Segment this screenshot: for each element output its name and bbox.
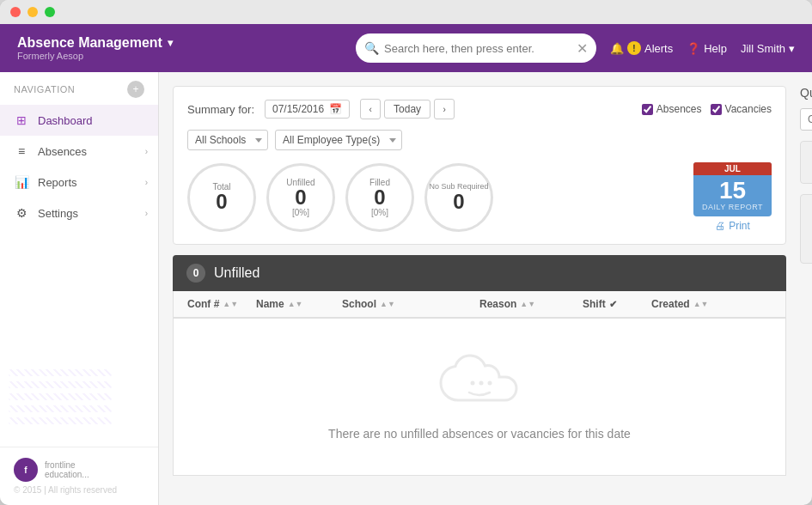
help-button[interactable]: ❓ Help [687,42,727,55]
print-button[interactable]: 🖨 Print [715,220,750,232]
th-shift[interactable]: Shift ✔ [583,298,651,310]
qa-search-row: Search ❓ [800,108,812,131]
absences-checkbox-label[interactable]: Absences [642,103,702,115]
total-value: 0 [216,192,227,212]
summary-top: Summary for: 07/15/2016 📅 ‹ Today › [187,99,772,119]
frontline-logo: f frontline education... [14,458,144,482]
qa-action-row: Approve 11 in the next 45 days Reconcile… [800,194,812,264]
daily-report-day: 15 [702,179,763,203]
settings-icon: ⚙ [14,206,29,220]
alerts-label: Alerts [644,42,673,55]
user-menu-button[interactable]: Jill Smith ▾ [741,42,795,55]
brand-caret[interactable]: ▾ [168,37,173,49]
sidebar-decoration [0,344,158,447]
qa-create-buttons: Create Absence Create Vacancy [800,141,812,184]
app-header: Absence Management ▾ Formerly Aesop 🔍 ✕ … [0,24,812,72]
filter-row: All Schools All Employee Type(s) [187,130,772,150]
unfilled-sub: [0%] [292,208,309,217]
alerts-badge: ! [627,41,641,55]
schools-filter[interactable]: All Schools [187,130,268,150]
no-sub-value: 0 [453,192,464,212]
approve-count: 11 [808,217,812,235]
qa-search-input[interactable] [800,108,812,131]
approve-label: Approve [808,204,812,216]
chevron-right-icon: › [145,147,148,156]
search-input[interactable] [384,42,571,55]
logo-sub: education... [45,470,89,479]
chevron-right-icon-2: › [145,178,148,187]
close-dot[interactable] [10,7,21,17]
unfilled-header: 0 Unfilled [173,255,786,291]
conf-col-label: Conf # [187,298,219,310]
help-icon: ❓ [687,42,700,55]
sidebar-label-dashboard: Dashboard [38,114,93,127]
copyright-text: © 2015 | All rights reserved [14,485,144,495]
approve-action[interactable]: Approve 11 in the next 45 days [800,194,812,264]
date-value: 07/15/2016 [272,103,324,115]
reports-icon: 📊 [14,175,29,189]
prev-date-button[interactable]: ‹ [360,99,381,119]
sidebar-footer: f frontline education... © 2015 | All ri… [0,447,158,505]
th-school[interactable]: School ▲▼ [342,298,479,310]
conf-sort-icon: ▲▼ [223,300,238,308]
today-button[interactable]: Today [384,100,430,119]
daily-report-month: JUL [693,162,772,175]
absences-checkbox[interactable] [642,104,653,115]
search-clear-icon[interactable]: ✕ [577,40,588,57]
brand: Absence Management ▾ Formerly Aesop [17,35,173,61]
date-input[interactable]: 07/15/2016 📅 [265,100,350,119]
shift-col-label: Shift [583,298,606,310]
minimize-dot[interactable] [27,7,38,17]
sidebar-nav: ⊞ Dashboard ≡ Absences › 📊 Reports › ⚙ S… [0,105,158,344]
content-area: Summary for: 07/15/2016 📅 ‹ Today › [159,72,812,505]
summary-label: Summary for: [187,103,254,116]
name-sort-icon: ▲▼ [288,300,303,308]
user-caret-icon: ▾ [789,42,795,55]
sidebar-item-dashboard[interactable]: ⊞ Dashboard [0,105,158,136]
th-created[interactable]: Created ▲▼ [651,298,737,310]
name-col-label: Name [256,298,284,310]
create-absence-button[interactable]: Create Absence [800,141,812,184]
quick-actions-panel: Quick Actions Search ❓ Create Absence Cr… [800,86,812,491]
titlebar [0,0,812,24]
alerts-button[interactable]: 🔔 ! Alerts [610,41,673,55]
shift-check-icon: ✔ [609,299,617,310]
chevron-right-icon-3: › [145,209,148,218]
search-icon: 🔍 [364,41,379,55]
sidebar-add-button[interactable]: + [127,81,144,98]
calendar-icon: 📅 [329,103,342,115]
maximize-dot[interactable] [45,7,55,17]
sidebar-header: Navigation + [0,72,158,105]
svg-point-1 [479,381,484,386]
unfilled-count-badge: 0 [186,264,205,283]
vacancies-checkbox-label[interactable]: Vacancies [711,103,772,115]
global-search-bar: 🔍 ✕ [356,33,596,63]
logo-text: frontline [45,460,89,470]
filled-sub: [0%] [371,208,388,217]
unfilled-table: Conf # ▲▼ Name ▲▼ School ▲▼ [173,291,786,476]
sidebar-item-settings[interactable]: ⚙ Settings › [0,198,158,228]
table-header-row: Conf # ▲▼ Name ▲▼ School ▲▼ [174,291,785,319]
reason-col-label: Reason [479,298,516,310]
th-conf[interactable]: Conf # ▲▼ [187,298,256,310]
th-reason[interactable]: Reason ▲▼ [479,298,583,310]
absences-checkbox-text: Absences [656,103,702,115]
print-icon: 🖨 [715,220,725,232]
sidebar-item-absences[interactable]: ≡ Absences › [0,136,158,167]
th-name[interactable]: Name ▲▼ [256,298,342,310]
sidebar: Navigation + ⊞ Dashboard ≡ Absences › 📊 … [0,72,159,505]
stat-unfilled: Unfilled 0 [0%] [266,163,335,232]
main-layout: Navigation + ⊞ Dashboard ≡ Absences › 📊 … [0,72,812,505]
qa-title: Quick Actions [800,86,812,100]
daily-report-label: DAILY REPORT [702,203,763,211]
empty-state: There are no unfilled absences or vacanc… [174,319,785,475]
stat-no-sub: No Sub Required 0 [424,163,493,232]
logo-icon: f [14,458,38,482]
deco-lines [9,369,112,429]
vacancies-checkbox[interactable] [711,104,722,115]
next-date-button[interactable]: › [434,99,455,119]
sidebar-label-reports: Reports [38,176,77,189]
employee-types-filter[interactable]: All Employee Type(s) [275,130,402,150]
daily-report-card[interactable]: JUL 15 DAILY REPORT [693,162,772,216]
sidebar-item-reports[interactable]: 📊 Reports › [0,167,158,198]
